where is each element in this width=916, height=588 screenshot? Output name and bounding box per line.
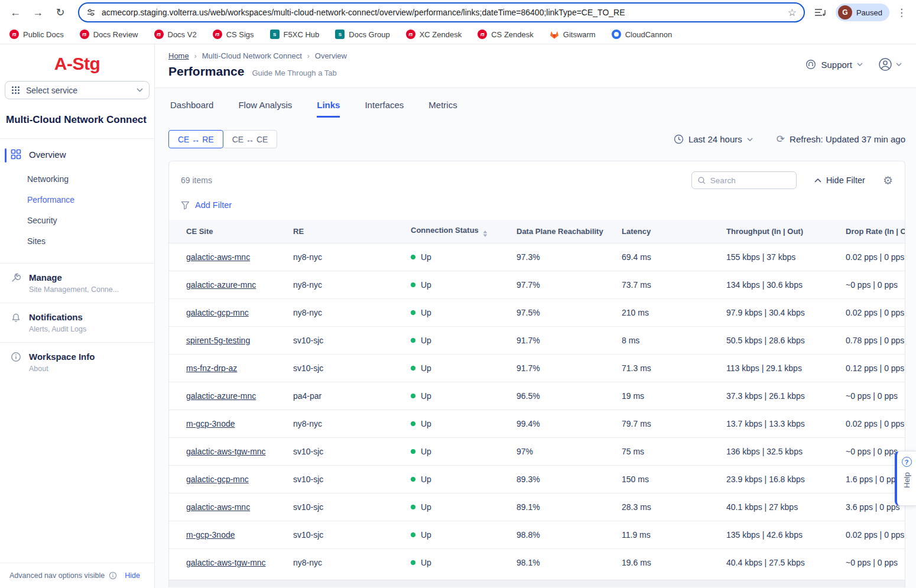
workspace-info-subtitle: About (29, 365, 95, 373)
horizontal-scrollbar[interactable] (169, 580, 905, 587)
ce-site-link[interactable]: galactic-aws-mnc (186, 252, 250, 262)
forward-icon[interactable]: → (28, 3, 47, 22)
ce-site-link[interactable]: m-gcp-3node (186, 530, 235, 540)
f5-logo-icon: f5 (213, 30, 222, 39)
media-controls-icon[interactable] (814, 8, 826, 17)
ce-site-link[interactable]: galactic-gcp-mnc (186, 308, 249, 317)
sidebar-item-performance[interactable]: Performance (27, 195, 154, 204)
bookmark-docs-v2[interactable]: f5Docs V2 (154, 30, 197, 39)
status-label: Up (421, 391, 431, 401)
site-settings-icon[interactable] (86, 8, 96, 17)
refresh-label: Refresh: Updated 37 min ago (790, 134, 905, 144)
tab-links[interactable]: Links (317, 100, 340, 118)
tab-metrics[interactable]: Metrics (428, 100, 457, 118)
bookmark-xc-zendesk[interactable]: f5XC Zendesk (406, 30, 462, 39)
address-bar[interactable]: acmecorp.staging.volterra.us/web/workspa… (78, 2, 805, 22)
support-icon (805, 59, 816, 70)
status-up-dot (411, 560, 415, 565)
ce-site-link[interactable]: m-gcp-3node (186, 419, 235, 428)
ce-site-link[interactable]: galactic-aws-mnc (186, 502, 250, 512)
tenant-logo: A-Stg (0, 54, 154, 74)
notifications-subtitle: Alerts, Audit Logs (29, 325, 86, 333)
search-input[interactable] (710, 176, 790, 185)
bookmark-f5xc-hub[interactable]: SF5XC Hub (270, 30, 320, 39)
ce-site-link[interactable]: galactic-aws-tgw-mnc (186, 558, 266, 567)
url-text[interactable]: acmecorp.staging.volterra.us/web/workspa… (102, 8, 782, 17)
reload-icon[interactable]: ↻ (51, 3, 70, 22)
sidebar-item-workspace-info[interactable]: Workspace Info About (0, 342, 154, 382)
browser-menu-icon[interactable]: ⋮ (894, 7, 909, 19)
time-range-selector[interactable]: Last 24 hours (674, 134, 753, 144)
add-filter-button[interactable]: Add Filter (181, 200, 905, 210)
ce-site-link[interactable]: ms-fnz-drp-az (186, 363, 237, 373)
col-re[interactable]: RE (293, 220, 411, 243)
help-label: Help (902, 472, 911, 488)
table-row: galactic-gcp-mnc sv10-sjc Up 89.3% 150 m… (169, 466, 905, 493)
ce-site-link[interactable]: galactic-azure-mnc (186, 391, 256, 401)
sidebar-item-manage[interactable]: Manage Site Management, Conne... (0, 264, 154, 303)
table-row: galactic-aws-mnc ny8-nyc Up 97.3% 69.4 m… (169, 243, 905, 271)
status-up-dot (411, 310, 415, 315)
bookmark-docs-review[interactable]: f5Docs Review (80, 30, 138, 39)
sidebar-item-notifications[interactable]: Notifications Alerts, Audit Logs (0, 303, 154, 342)
gear-icon[interactable]: ⚙ (883, 175, 893, 186)
col-ce-site[interactable]: CE Site (169, 220, 293, 243)
chevron-right-icon: › (307, 52, 310, 60)
ce-site-link[interactable]: galactic-aws-tgw-mnc (186, 447, 266, 456)
bookmark-public-docs[interactable]: f5Public Docs (9, 30, 64, 39)
breadcrumb-workspace[interactable]: Multi-Cloud Network Connect (202, 51, 302, 60)
bookmark-cloudcannon[interactable]: CloudCannon (612, 30, 673, 39)
app-grid-icon (11, 86, 20, 95)
hide-advanced-nav-link[interactable]: Hide (125, 571, 140, 580)
status-label: Up (421, 530, 431, 540)
status-up-dot (411, 366, 415, 371)
toggle-ce-re[interactable]: CE ↔ RE (168, 130, 223, 148)
sharepoint-logo-icon: S (270, 30, 280, 39)
col-throughput[interactable]: Throughput (In | Out) (726, 220, 846, 243)
status-label: Up (421, 558, 431, 567)
tab-interfaces[interactable]: Interfaces (365, 100, 404, 118)
toggle-ce-ce[interactable]: CE ↔ CE (223, 130, 278, 148)
ce-site-link[interactable]: spirent-5g-testing (186, 336, 250, 345)
back-icon[interactable]: ← (6, 3, 25, 22)
bookmark-star-icon[interactable]: ☆ (788, 7, 797, 19)
ce-site-link[interactable]: galactic-gcp-mnc (186, 475, 249, 484)
clock-icon (674, 134, 684, 144)
sidebar-item-networking[interactable]: Networking (27, 174, 154, 184)
col-latency[interactable]: Latency (622, 220, 726, 243)
support-menu[interactable]: Support (805, 59, 863, 70)
support-label: Support (821, 60, 852, 70)
sidebar-item-security[interactable]: Security (27, 216, 154, 225)
bookmark-gitswarm[interactable]: Gitswarm (550, 30, 596, 39)
breadcrumb-home[interactable]: Home (168, 51, 189, 60)
col-data-plane-reachability[interactable]: Data Plane Reachability (517, 220, 622, 243)
f5-logo-icon: f5 (80, 30, 89, 39)
status-up-dot (411, 394, 415, 398)
tab-dashboard[interactable]: Dashboard (170, 100, 213, 118)
account-menu[interactable] (878, 57, 902, 72)
status-label: Up (421, 475, 431, 484)
guide-me-link[interactable]: Guide Me Through a Tab (252, 69, 336, 77)
f5-logo-icon: f5 (406, 30, 415, 39)
status-label: Up (421, 363, 431, 373)
col-drop-rate[interactable]: Drop Rate (In | Out) (846, 220, 905, 243)
col-connection-status[interactable]: Connection Status (411, 220, 517, 243)
wrench-icon (11, 272, 21, 294)
sort-icon[interactable] (483, 230, 488, 237)
ce-site-link[interactable]: galactic-azure-mnc (186, 280, 256, 290)
bookmark-docs-group[interactable]: SDocs Group (335, 30, 389, 39)
help-widget[interactable]: ? Help (895, 451, 916, 506)
browser-profile-chip[interactable]: G Paused (836, 4, 889, 21)
bookmark-cs-sigs[interactable]: f5CS Sigs (213, 30, 254, 39)
bookmark-cs-zendesk[interactable]: f5CS Zendesk (478, 30, 534, 39)
select-service-dropdown[interactable]: Select service (5, 81, 150, 99)
sidebar-item-overview[interactable]: Overview (0, 139, 154, 160)
sidebar-footer: Advanced nav options visible Hide (0, 563, 154, 588)
table-row: galactic-azure-mnc pa4-par Up 96.5% 19 m… (169, 382, 905, 410)
tab-flow-analysis[interactable]: Flow Analysis (238, 100, 292, 118)
hide-filter-button[interactable]: Hide Filter (814, 176, 865, 185)
sidebar-item-sites[interactable]: Sites (27, 236, 154, 246)
f5-logo-icon: f5 (9, 30, 19, 39)
refresh-status[interactable]: ⟳ Refresh: Updated 37 min ago (777, 134, 905, 144)
workspace-title: Multi-Cloud Network Connect (0, 112, 154, 128)
